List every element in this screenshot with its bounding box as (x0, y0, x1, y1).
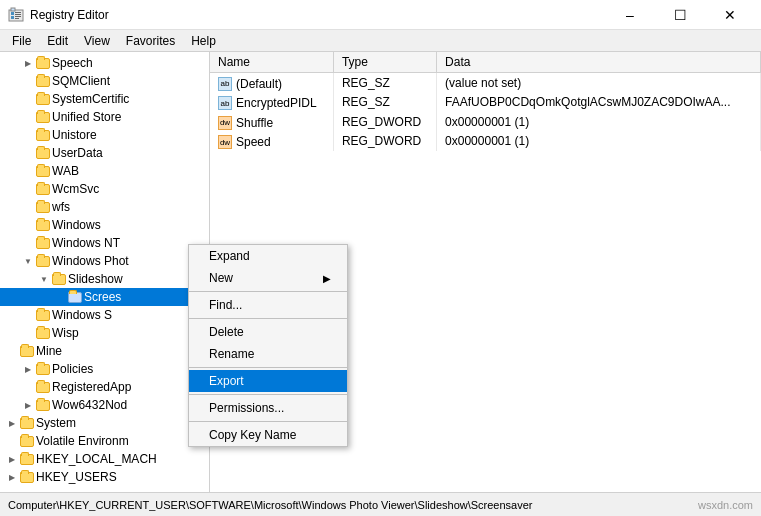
expand-icon: ▶ (20, 397, 36, 413)
expand-icon (20, 307, 36, 323)
tree-item-windowsnt[interactable]: Windows NT (0, 234, 209, 252)
ctx-copy-key[interactable]: Copy Key Name (189, 424, 347, 446)
regedit-icon (8, 7, 24, 23)
table-row[interactable]: dw Shuffle REG_DWORD 0x00000001 (1) (210, 112, 761, 132)
menu-bar: File Edit View Favorites Help (0, 30, 761, 52)
ctx-find-label: Find... (209, 298, 242, 312)
ctx-expand[interactable]: Expand (189, 245, 347, 267)
tree-item-system[interactable]: ▶ System (0, 414, 209, 432)
status-bar: Computer\HKEY_CURRENT_USER\SOFTWARE\Micr… (0, 492, 761, 516)
folder-icon (36, 130, 50, 141)
ctx-permissions[interactable]: Permissions... (189, 397, 347, 419)
title-bar-controls: – ☐ ✕ (607, 0, 753, 30)
tree-item-windowss[interactable]: Windows S (0, 306, 209, 324)
expand-icon (52, 289, 68, 305)
expand-icon: ▶ (4, 469, 20, 485)
menu-file[interactable]: File (4, 32, 39, 50)
cell-type: REG_DWORD (333, 132, 436, 152)
ctx-rename[interactable]: Rename (189, 343, 347, 365)
expand-icon (20, 109, 36, 125)
tree-label: HKEY_USERS (36, 470, 117, 484)
ctx-delete[interactable]: Delete (189, 321, 347, 343)
svg-rect-5 (11, 16, 14, 19)
tree-item-wab[interactable]: WAB (0, 162, 209, 180)
cell-data: FAAfUOBP0CDqOmkQotglACswMJ0ZAC9DOIwAA... (437, 93, 761, 113)
menu-view[interactable]: View (76, 32, 118, 50)
menu-favorites[interactable]: Favorites (118, 32, 183, 50)
table-row[interactable]: dw Speed REG_DWORD 0x00000001 (1) (210, 132, 761, 152)
ctx-export[interactable]: Export (189, 370, 347, 392)
folder-icon (36, 220, 50, 231)
table-row[interactable]: ab (Default) REG_SZ (value not set) (210, 73, 761, 93)
expand-icon (20, 181, 36, 197)
expand-icon: ▼ (20, 253, 36, 269)
expand-icon (20, 199, 36, 215)
folder-icon (36, 166, 50, 177)
tree-item-wisp[interactable]: Wisp (0, 324, 209, 342)
ctx-new-label: New (209, 271, 233, 285)
expand-icon: ▶ (20, 55, 36, 71)
menu-help[interactable]: Help (183, 32, 224, 50)
cell-type: REG_SZ (333, 73, 436, 93)
table-row[interactable]: ab EncryptedPIDL REG_SZ FAAfUOBP0CDqOmkQ… (210, 93, 761, 113)
cell-name: ab EncryptedPIDL (210, 93, 333, 113)
folder-icon (20, 346, 34, 357)
folder-icon (36, 256, 50, 267)
maximize-button[interactable]: ☐ (657, 0, 703, 30)
context-menu: Expand New ▶ Find... Delete Rename Expor… (188, 244, 348, 447)
folder-icon (36, 202, 50, 213)
folder-icon (36, 400, 50, 411)
status-path: Computer\HKEY_CURRENT_USER\SOFTWARE\Micr… (8, 499, 533, 511)
cell-data: (value not set) (437, 73, 761, 93)
tree-label: Slideshow (68, 272, 123, 286)
reg-icon-dw: dw (218, 116, 232, 130)
ctx-new[interactable]: New ▶ (189, 267, 347, 289)
ctx-find[interactable]: Find... (189, 294, 347, 316)
menu-edit[interactable]: Edit (39, 32, 76, 50)
expand-icon (20, 163, 36, 179)
tree-item-unistore[interactable]: Unistore (0, 126, 209, 144)
expand-icon: ▶ (4, 415, 20, 431)
expand-icon (20, 127, 36, 143)
expand-icon (4, 343, 20, 359)
tree-item-mine[interactable]: Mine (0, 342, 209, 360)
minimize-button[interactable]: – (607, 0, 653, 30)
expand-icon (20, 73, 36, 89)
folder-icon (20, 418, 34, 429)
window-title: Registry Editor (30, 8, 109, 22)
tree-item-screensaver[interactable]: Screes (0, 288, 209, 306)
tree-item-policies[interactable]: ▶ Policies (0, 360, 209, 378)
tree-item-systemcertif[interactable]: SystemCertific (0, 90, 209, 108)
tree-item-windowsphot[interactable]: ▼ Windows Phot (0, 252, 209, 270)
tree-item-volatileenviro[interactable]: Volatile Environm (0, 432, 209, 450)
cell-name: dw Shuffle (210, 112, 333, 132)
col-name: Name (210, 52, 333, 73)
svg-rect-2 (11, 12, 14, 15)
tree-label: Volatile Environm (36, 434, 129, 448)
tree-item-hklm[interactable]: ▶ HKEY_LOCAL_MACH (0, 450, 209, 468)
ctx-separator-5 (189, 421, 347, 422)
tree-item-wcmsvc[interactable]: WcmSvc (0, 180, 209, 198)
ctx-separator-1 (189, 291, 347, 292)
ctx-delete-label: Delete (209, 325, 244, 339)
folder-icon (36, 58, 50, 69)
tree-item-wfs[interactable]: wfs (0, 198, 209, 216)
tree-item-registeredapp[interactable]: RegisteredApp (0, 378, 209, 396)
expand-icon (20, 91, 36, 107)
tree-item-hklusers[interactable]: ▶ HKEY_USERS (0, 468, 209, 486)
tree-item-sqmclient[interactable]: SQMClient (0, 72, 209, 90)
folder-icon (36, 94, 50, 105)
close-button[interactable]: ✕ (707, 0, 753, 30)
folder-icon (36, 364, 50, 375)
tree-item-userdata[interactable]: UserData (0, 144, 209, 162)
tree-item-unifiedstore[interactable]: Unified Store (0, 108, 209, 126)
tree-label: wfs (52, 200, 70, 214)
tree-item-windows[interactable]: Windows (0, 216, 209, 234)
tree-item-slideshow[interactable]: ▼ Slideshow (0, 270, 209, 288)
folder-icon (20, 472, 34, 483)
folder-icon (20, 436, 34, 447)
tree-item-speech[interactable]: ▶ Speech (0, 54, 209, 72)
tree-label: Speech (52, 56, 93, 70)
tree-scroll[interactable]: ▶ Speech SQMClient SystemCertific Unifie… (0, 52, 209, 492)
tree-item-wow6432node[interactable]: ▶ Wow6432Nod (0, 396, 209, 414)
